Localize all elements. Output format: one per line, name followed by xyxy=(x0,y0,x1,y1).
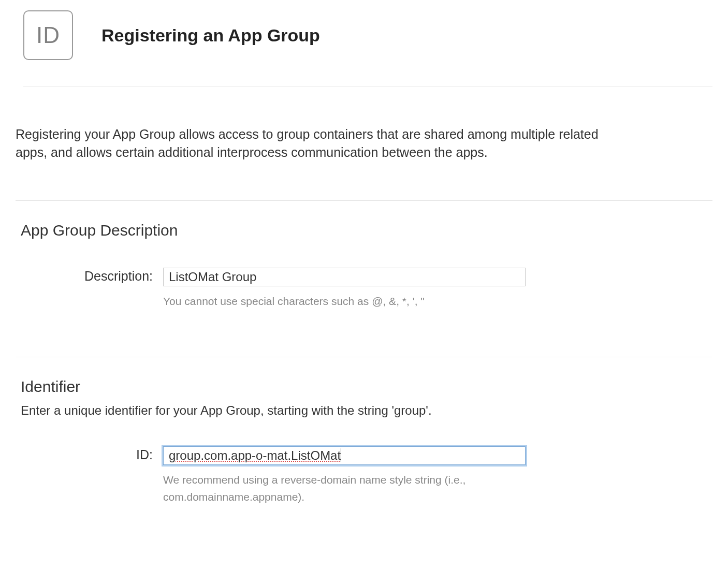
description-form-row: Description: You cannot use special char… xyxy=(21,268,712,310)
identifier-section-subtitle: Enter a unique identifier for your App G… xyxy=(21,403,712,418)
id-icon-text: ID xyxy=(36,22,60,48)
page-header: ID Registering an App Group xyxy=(23,10,712,86)
description-input[interactable] xyxy=(163,268,526,286)
identifier-form-row: ID: group.com.app-o-mat.ListOMat We reco… xyxy=(21,446,712,506)
description-input-wrap: You cannot use special characters such a… xyxy=(163,268,526,310)
description-section-title: App Group Description xyxy=(21,222,712,239)
description-label: Description: xyxy=(21,268,163,284)
identifier-hint: We recommend using a reverse-domain name… xyxy=(163,471,494,506)
identifier-section-title: Identifier xyxy=(21,378,712,396)
identifier-input[interactable]: group.com.app-o-mat.ListOMat xyxy=(163,446,526,465)
intro-description: Registering your App Group allows access… xyxy=(16,125,601,162)
description-section: App Group Description Description: You c… xyxy=(16,201,712,357)
id-icon: ID xyxy=(23,10,73,60)
identifier-label: ID: xyxy=(21,446,163,462)
description-hint: You cannot use special characters such a… xyxy=(163,293,494,310)
identifier-section: Identifier Enter a unique identifier for… xyxy=(16,357,712,527)
page-title: Registering an App Group xyxy=(101,25,320,46)
identifier-input-wrap: group.com.app-o-mat.ListOMat We recommen… xyxy=(163,446,526,506)
